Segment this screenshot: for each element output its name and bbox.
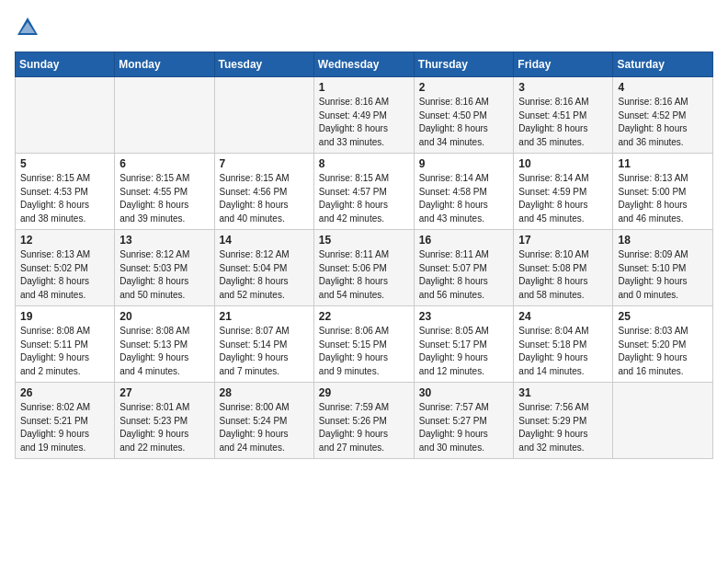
day-number: 9: [419, 157, 509, 170]
day-info: Sunrise: 8:06 AMSunset: 5:15 PMDaylight:…: [319, 325, 409, 378]
day-info: Sunrise: 8:08 AMSunset: 5:11 PMDaylight:…: [20, 325, 109, 378]
day-info: Sunrise: 8:16 AMSunset: 4:50 PMDaylight:…: [419, 96, 509, 149]
day-info: Sunrise: 8:14 AMSunset: 4:59 PMDaylight:…: [518, 172, 608, 225]
calendar-cell: 4Sunrise: 8:16 AMSunset: 4:52 PMDaylight…: [613, 77, 713, 154]
logo-icon: [15, 15, 40, 40]
calendar-cell: 3Sunrise: 8:16 AMSunset: 4:51 PMDaylight…: [514, 77, 613, 154]
calendar-cell: 19Sunrise: 8:08 AMSunset: 5:11 PMDayligh…: [16, 306, 115, 383]
calendar-cell: 15Sunrise: 8:11 AMSunset: 5:06 PMDayligh…: [313, 230, 414, 306]
day-header-tuesday: Tuesday: [214, 52, 313, 77]
day-number: 24: [518, 310, 608, 323]
calendar-week-1: 1Sunrise: 8:16 AMSunset: 4:49 PMDaylight…: [16, 77, 713, 154]
day-number: 17: [518, 234, 608, 247]
calendar-cell: 23Sunrise: 8:05 AMSunset: 5:17 PMDayligh…: [414, 306, 514, 383]
day-number: 21: [220, 310, 309, 323]
day-number: 5: [20, 157, 109, 170]
calendar-cell: 16Sunrise: 8:11 AMSunset: 5:07 PMDayligh…: [414, 230, 514, 306]
day-info: Sunrise: 8:15 AMSunset: 4:57 PMDaylight:…: [319, 172, 409, 225]
calendar-cell: 20Sunrise: 8:08 AMSunset: 5:13 PMDayligh…: [115, 306, 214, 383]
day-header-thursday: Thursday: [414, 52, 514, 77]
day-header-sunday: Sunday: [16, 52, 115, 77]
calendar-cell: 8Sunrise: 8:15 AMSunset: 4:57 PMDaylight…: [313, 154, 414, 230]
calendar-cell: [115, 77, 214, 154]
calendar-week-4: 19Sunrise: 8:08 AMSunset: 5:11 PMDayligh…: [16, 306, 713, 383]
day-info: Sunrise: 8:12 AMSunset: 5:04 PMDaylight:…: [220, 248, 309, 302]
calendar-cell: 31Sunrise: 7:56 AMSunset: 5:29 PMDayligh…: [514, 383, 613, 459]
calendar-cell: 13Sunrise: 8:12 AMSunset: 5:03 PMDayligh…: [115, 230, 214, 306]
calendar-cell: 1Sunrise: 8:16 AMSunset: 4:49 PMDaylight…: [313, 77, 414, 154]
calendar-header-row: SundayMondayTuesdayWednesdayThursdayFrid…: [16, 52, 713, 77]
day-info: Sunrise: 8:00 AMSunset: 5:24 PMDaylight:…: [220, 401, 309, 454]
day-number: 10: [518, 157, 608, 170]
day-info: Sunrise: 8:14 AMSunset: 4:58 PMDaylight:…: [419, 172, 509, 225]
day-number: 16: [419, 234, 509, 247]
day-info: Sunrise: 8:05 AMSunset: 5:17 PMDaylight:…: [419, 325, 509, 378]
day-number: 28: [220, 386, 309, 399]
day-header-monday: Monday: [115, 52, 214, 77]
day-info: Sunrise: 8:12 AMSunset: 5:03 PMDaylight:…: [119, 248, 209, 302]
day-info: Sunrise: 8:08 AMSunset: 5:13 PMDaylight:…: [119, 325, 209, 378]
day-number: 1: [319, 81, 409, 94]
day-number: 15: [319, 234, 409, 247]
calendar-week-5: 26Sunrise: 8:02 AMSunset: 5:21 PMDayligh…: [16, 383, 713, 459]
day-header-wednesday: Wednesday: [313, 52, 414, 77]
day-number: 23: [419, 310, 509, 323]
calendar-cell: 30Sunrise: 7:57 AMSunset: 5:27 PMDayligh…: [414, 383, 514, 459]
day-info: Sunrise: 8:16 AMSunset: 4:49 PMDaylight:…: [319, 96, 409, 149]
calendar-cell: 12Sunrise: 8:13 AMSunset: 5:02 PMDayligh…: [16, 230, 115, 306]
calendar-cell: 29Sunrise: 7:59 AMSunset: 5:26 PMDayligh…: [313, 383, 414, 459]
day-info: Sunrise: 7:56 AMSunset: 5:29 PMDaylight:…: [518, 401, 608, 454]
calendar-cell: 10Sunrise: 8:14 AMSunset: 4:59 PMDayligh…: [514, 154, 613, 230]
day-number: 3: [518, 81, 608, 94]
day-info: Sunrise: 8:15 AMSunset: 4:56 PMDaylight:…: [220, 172, 309, 225]
calendar-cell: 27Sunrise: 8:01 AMSunset: 5:23 PMDayligh…: [115, 383, 214, 459]
day-info: Sunrise: 7:59 AMSunset: 5:26 PMDaylight:…: [319, 401, 409, 454]
calendar-cell: 5Sunrise: 8:15 AMSunset: 4:53 PMDaylight…: [16, 154, 115, 230]
day-info: Sunrise: 7:57 AMSunset: 5:27 PMDaylight:…: [419, 401, 509, 454]
day-info: Sunrise: 8:13 AMSunset: 5:00 PMDaylight:…: [618, 172, 708, 225]
calendar-cell: 6Sunrise: 8:15 AMSunset: 4:55 PMDaylight…: [115, 154, 214, 230]
day-info: Sunrise: 8:04 AMSunset: 5:18 PMDaylight:…: [518, 325, 608, 378]
calendar-cell: 14Sunrise: 8:12 AMSunset: 5:04 PMDayligh…: [214, 230, 313, 306]
day-number: 29: [319, 386, 409, 399]
page-header: [15, 15, 713, 40]
calendar-cell: 9Sunrise: 8:14 AMSunset: 4:58 PMDaylight…: [414, 154, 514, 230]
day-number: 22: [319, 310, 409, 323]
day-number: 31: [518, 386, 608, 399]
day-info: Sunrise: 8:11 AMSunset: 5:06 PMDaylight:…: [319, 248, 409, 302]
calendar-week-2: 5Sunrise: 8:15 AMSunset: 4:53 PMDaylight…: [16, 154, 713, 230]
calendar-cell: 11Sunrise: 8:13 AMSunset: 5:00 PMDayligh…: [613, 154, 713, 230]
day-info: Sunrise: 8:16 AMSunset: 4:51 PMDaylight:…: [518, 96, 608, 149]
calendar-cell: 7Sunrise: 8:15 AMSunset: 4:56 PMDaylight…: [214, 154, 313, 230]
day-number: 25: [618, 310, 708, 323]
day-number: 27: [119, 386, 209, 399]
day-number: 19: [20, 310, 109, 323]
calendar-cell: 18Sunrise: 8:09 AMSunset: 5:10 PMDayligh…: [613, 230, 713, 306]
day-number: 13: [119, 234, 209, 247]
day-header-friday: Friday: [514, 52, 613, 77]
calendar-cell: [16, 77, 115, 154]
calendar-cell: 24Sunrise: 8:04 AMSunset: 5:18 PMDayligh…: [514, 306, 613, 383]
day-info: Sunrise: 8:13 AMSunset: 5:02 PMDaylight:…: [20, 248, 109, 302]
day-info: Sunrise: 8:10 AMSunset: 5:08 PMDaylight:…: [518, 248, 608, 302]
day-number: 30: [419, 386, 509, 399]
calendar-cell: [214, 77, 313, 154]
day-info: Sunrise: 8:09 AMSunset: 5:10 PMDaylight:…: [618, 248, 708, 302]
day-info: Sunrise: 8:11 AMSunset: 5:07 PMDaylight:…: [419, 248, 509, 302]
calendar-cell: 25Sunrise: 8:03 AMSunset: 5:20 PMDayligh…: [613, 306, 713, 383]
calendar-cell: 2Sunrise: 8:16 AMSunset: 4:50 PMDaylight…: [414, 77, 514, 154]
day-number: 6: [119, 157, 209, 170]
day-number: 7: [220, 157, 309, 170]
calendar-cell: 21Sunrise: 8:07 AMSunset: 5:14 PMDayligh…: [214, 306, 313, 383]
day-number: 12: [20, 234, 109, 247]
day-number: 8: [319, 157, 409, 170]
day-info: Sunrise: 8:03 AMSunset: 5:20 PMDaylight:…: [618, 325, 708, 378]
day-header-saturday: Saturday: [613, 52, 713, 77]
calendar-cell: 26Sunrise: 8:02 AMSunset: 5:21 PMDayligh…: [16, 383, 115, 459]
calendar-cell: 17Sunrise: 8:10 AMSunset: 5:08 PMDayligh…: [514, 230, 613, 306]
day-info: Sunrise: 8:15 AMSunset: 4:55 PMDaylight:…: [119, 172, 209, 225]
day-info: Sunrise: 8:02 AMSunset: 5:21 PMDaylight:…: [20, 401, 109, 454]
day-info: Sunrise: 8:07 AMSunset: 5:14 PMDaylight:…: [220, 325, 309, 378]
day-number: 4: [618, 81, 708, 94]
day-number: 18: [618, 234, 708, 247]
